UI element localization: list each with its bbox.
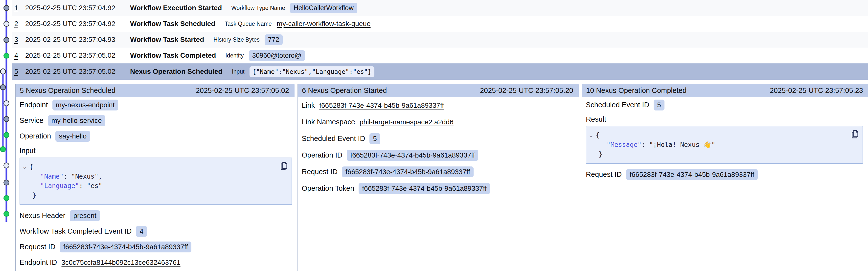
detail-field: Link f665283f-743e-4374-b45b-9a61a89337f… [302, 97, 576, 114]
detail-field: Request ID f665283f-743e-4374-b45b-9a61a… [586, 167, 863, 182]
field-label: Service [20, 116, 43, 125]
event-timestamp: 2025-02-25 UTC 23:57:04.93 [25, 36, 124, 44]
event-timestamp: 2025-02-25 UTC 23:57:04.92 [25, 4, 124, 12]
field-label: Request ID [20, 243, 55, 251]
field-label: Request ID [302, 168, 338, 176]
json-key: "Name" [40, 173, 64, 180]
field-value-link[interactable]: phil-target-namespace2.a2dd6 [360, 118, 454, 126]
collapse-chevron-icon[interactable]: ⌄ [589, 130, 593, 139]
json-value: : [64, 173, 71, 180]
event-id-link[interactable]: 2 [14, 20, 23, 28]
field-label: Link Namespace [302, 118, 355, 126]
timeline-event-dot [4, 117, 9, 122]
timeline-event-dot [4, 163, 9, 168]
json-brace: { [29, 163, 33, 170]
event-name: Workflow Task Started [130, 36, 204, 44]
event-id-link[interactable]: 1 [14, 4, 23, 12]
timeline-event-dot [4, 53, 9, 58]
detail-field: Request ID f665283f-743e-4374-b45b-9a61a… [302, 163, 576, 180]
event-id-link[interactable]: 5 [14, 67, 23, 76]
event-row[interactable]: 1 2025-02-25 UTC 23:57:04.92 Workflow Ex… [12, 0, 868, 16]
attr-label: History Size Bytes [213, 36, 260, 43]
detail-field: Service my-hello-service [20, 113, 292, 128]
detail-field: Operation say-hello [20, 128, 292, 144]
json-brace: } [599, 151, 603, 158]
field-value-badge: f665283f-743e-4374-b45b-9a61a89337ff [60, 242, 191, 252]
attr-value-badge: HelloCallerWorkflow [290, 3, 357, 13]
collapse-chevron-icon[interactable]: ⌄ [23, 162, 27, 171]
field-value-badge: f665283f-743e-4374-b45b-9a61a89337ff [626, 169, 758, 180]
field-value-badge: f665283f-743e-4374-b45b-9a61a89337ff [359, 183, 490, 194]
detail-field: Endpoint my-nexus-endpoint [20, 97, 292, 113]
timeline-event-dot [0, 69, 6, 74]
event-detail-panel-started: 6 Nexus Operation Started 2025-02-25 UTC… [298, 84, 582, 271]
event-detail-panel-completed: 10 Nexus Operation Completed 2025-02-25 … [582, 84, 868, 271]
attr-value-link[interactable]: my-caller-workflow-task-queue [277, 20, 371, 28]
timeline-event-dot [4, 101, 9, 106]
event-name: Workflow Task Scheduled [130, 20, 215, 28]
timeline-event-dot [4, 133, 9, 138]
timeline-event-dot [0, 147, 6, 152]
detail-field: Scheduled Event ID 5 [586, 97, 863, 113]
field-value-badge: say-hello [55, 131, 90, 142]
attr-value-badge: {"Name":"Nexus","Language":"es"} [250, 66, 375, 77]
copy-button[interactable] [279, 161, 288, 171]
event-row[interactable]: 4 2025-02-25 UTC 23:57:05.02 Workflow Ta… [12, 48, 868, 63]
timeline-event-dot [4, 21, 9, 27]
event-row[interactable]: 2 2025-02-25 UTC 23:57:04.92 Workflow Ta… [12, 16, 868, 32]
attr-value-badge: 772 [265, 34, 283, 45]
timeline-event-dot [4, 37, 9, 43]
panel-title: 10 Nexus Operation Completed [586, 86, 686, 94]
json-value: "¡Hola! Nexus 👋" [649, 141, 715, 148]
panel-timestamp: 2025-02-25 UTC 23:57:05.02 [196, 86, 289, 94]
panel-timestamp: 2025-02-25 UTC 23:57:05.20 [480, 86, 573, 94]
copy-button[interactable] [850, 129, 859, 139]
json-value: : [642, 141, 649, 148]
timeline-event-dot [4, 211, 9, 217]
copy-icon [279, 161, 288, 171]
json-key: "Language" [40, 182, 79, 190]
field-value-badge: 4 [136, 226, 147, 237]
panel-title: 5 Nexus Operation Scheduled [20, 86, 116, 94]
panel-header: 5 Nexus Operation Scheduled 2025-02-25 U… [16, 84, 294, 97]
copy-icon [850, 129, 859, 139]
event-row-selected[interactable]: 5 2025-02-25 UTC 23:57:05.02 Nexus Opera… [12, 63, 868, 80]
attr-label: Task Queue Name [224, 21, 272, 27]
field-value-badge: my-nexus-endpoint [53, 100, 118, 110]
event-name: Nexus Operation Scheduled [130, 67, 222, 76]
event-row[interactable]: 3 2025-02-25 UTC 23:57:04.93 Workflow Ta… [12, 32, 868, 48]
field-value-link[interactable]: f665283f-743e-4374-b45b-9a61a89337ff [319, 102, 444, 109]
field-label: Workflow Task Completed Event ID [20, 227, 131, 235]
field-value-badge: f665283f-743e-4374-b45b-9a61a89337ff [342, 166, 473, 178]
event-name: Workflow Task Completed [130, 52, 216, 59]
field-value-badge: f665283f-743e-4374-b45b-9a61a89337ff [347, 150, 478, 161]
payload-codeblock-result: ⌄{ "Message": "¡Hola! Nexus 👋" } [586, 126, 863, 164]
payload-codeblock-input: ⌄{ "Name": "Nexus", "Language": "es" } [20, 158, 292, 205]
json-key: "Message" [607, 141, 642, 148]
field-value-link[interactable]: 3c0c75ccfa8144b092c13ce632463761 [62, 259, 181, 267]
field-label: Endpoint ID [20, 259, 57, 267]
detail-field: Workflow Task Completed Event ID 4 [20, 223, 292, 239]
field-label: Input [20, 144, 292, 158]
json-brace: { [596, 131, 600, 139]
field-value-badge: my-hello-service [48, 115, 105, 126]
json-brace: } [32, 191, 36, 199]
attr-value-badge: 30960@totoro@ [249, 50, 305, 61]
execution-timeline [0, 0, 13, 271]
panel-title: 6 Nexus Operation Started [302, 86, 387, 94]
field-label: Operation Token [302, 184, 354, 192]
field-label: Link [302, 101, 315, 109]
field-value-badge: 5 [654, 100, 664, 110]
event-timestamp: 2025-02-25 UTC 23:57:04.92 [25, 20, 124, 28]
panel-header: 6 Nexus Operation Started 2025-02-25 UTC… [298, 84, 579, 97]
detail-field: Endpoint ID 3c0c75ccfa8144b092c13ce63246… [20, 255, 292, 270]
event-id-link[interactable]: 3 [14, 36, 23, 44]
event-id-link[interactable]: 4 [14, 52, 23, 59]
detail-field: Nexus Header present [20, 208, 292, 223]
event-timestamp: 2025-02-25 UTC 23:57:05.02 [25, 52, 124, 59]
event-detail-panel-scheduled: 5 Nexus Operation Scheduled 2025-02-25 U… [16, 84, 298, 271]
event-name: Workflow Execution Started [130, 4, 222, 12]
field-label: Nexus Header [20, 212, 65, 220]
attr-label: Input [232, 69, 244, 75]
field-label: Endpoint [20, 101, 48, 109]
